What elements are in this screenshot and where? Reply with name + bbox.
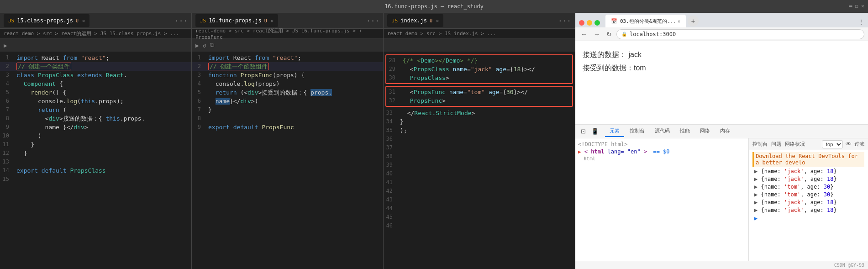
tab-modified: U <box>76 18 79 23</box>
console-log-4[interactable]: ▶ {name: 'tom', age: 30} <box>752 191 864 198</box>
traffic-light-red[interactable] <box>579 20 584 26</box>
split-icon[interactable]: ⧉ <box>210 42 214 49</box>
editor-content-3[interactable]: 28 {/* <Demo></Demo> */} 29 <PropsClass … <box>384 52 575 269</box>
browser-tab-close[interactable]: ✕ <box>678 19 680 24</box>
tab-bar-2: JS 16.func-props.js U ✕ ··· <box>192 13 383 29</box>
address-bar[interactable]: 🔒 localhost:3000 <box>616 29 864 39</box>
tab-more-3-icon[interactable]: ··· <box>558 16 571 25</box>
code-line: 12 } <box>0 149 191 158</box>
code-line: 14 export default PropsClass <box>0 166 191 175</box>
editor-panel-2: JS 16.func-props.js U ✕ ··· react-demo >… <box>192 13 384 269</box>
editor-content-2[interactable]: 1 import React from "react"; 2 // 创建一个函数… <box>192 52 383 269</box>
code-line: 36 <box>384 135 575 143</box>
code-line: 32 PropsFunc> <box>386 96 572 105</box>
browser-menu-icon[interactable]: ⋮ <box>858 18 864 26</box>
console-log-2[interactable]: ▶ {name: 'jack', age: 18} <box>752 175 864 183</box>
issues-tab-item[interactable]: 问题 <box>771 141 781 148</box>
code-line: 37 <box>384 143 575 152</box>
breadcrumb-3: react-demo > src > JS index.js > ... <box>384 29 575 39</box>
devtools-tab-console[interactable]: 控制台 <box>625 126 649 137</box>
panel3-toolbar <box>384 39 575 52</box>
code-line: 39 <box>384 161 575 169</box>
run-icon-2[interactable]: ▶ <box>195 42 199 49</box>
console-log-3[interactable]: ▶ {name: 'tom', age: 30} <box>752 183 864 190</box>
breadcrumb-2: react-demo > src > react的运用 > JS 16.func… <box>192 29 383 39</box>
console-log-1[interactable]: ▶ {name: 'jack', age: 18} <box>752 168 864 175</box>
tab-modified-3: U <box>430 18 432 23</box>
devtools-tabs: ⊡ 📱 元素 控制台 源代码 性能 网络 <box>575 125 868 138</box>
tab-bar-3: JS index.js U ✕ ··· <box>384 13 575 29</box>
code-line: 2 // 创建一个类组件 <box>0 62 191 71</box>
devtools-tab-elements[interactable]: 元素 <box>605 126 624 137</box>
console-log-6[interactable]: ▶ {name: 'jack', age: 18} <box>752 206 864 214</box>
code-line: 4 console.log(props) <box>192 79 383 88</box>
back-button[interactable]: ← <box>579 30 589 39</box>
code-line: 40 <box>384 169 575 178</box>
tab-close-icon[interactable]: ✕ <box>82 18 85 23</box>
code-line: 6 name}</div>) <box>192 97 383 105</box>
forward-button[interactable]: → <box>592 30 602 39</box>
browser-tab-1[interactable]: 📅 03.包的分类&规范的... ✕ <box>605 15 686 27</box>
eye-icon[interactable]: 👁 <box>846 141 852 148</box>
code-line: 10 ) <box>0 132 191 140</box>
tab-index-js[interactable]: JS index.js U ✕ <box>387 14 443 27</box>
code-line: 42 <box>384 187 575 195</box>
tab-more-icon[interactable]: ··· <box>174 16 188 25</box>
devtools-elements-panel: <!DOCTYPE html> ▶ < html lang= "en" > ==… <box>575 138 749 261</box>
code-line: 1 import React from "react"; <box>0 53 191 62</box>
refresh-button[interactable]: ↻ <box>605 30 614 39</box>
new-tab-button[interactable]: + <box>688 16 699 26</box>
traffic-light-green[interactable] <box>594 20 600 26</box>
tab-func-props[interactable]: JS 16.func-props.js U ✕ <box>195 14 278 27</box>
minimize-icon[interactable]: ▬ <box>849 3 852 9</box>
debug-icon[interactable]: ↺ <box>203 42 206 49</box>
tab-modified-2: U <box>264 18 267 23</box>
console-prompt: ▶ <box>752 214 864 222</box>
console-tab-item[interactable]: 控制台 <box>752 141 768 148</box>
device-mode-button[interactable]: 📱 <box>589 127 600 136</box>
tab-close-2-icon[interactable]: ✕ <box>271 18 274 23</box>
code-line: 13 <box>0 158 191 166</box>
filter-label: 过滤 <box>854 141 864 148</box>
tab-close-3-icon[interactable]: ✕ <box>436 18 439 23</box>
panel2-toolbar: ▶ ↺ ⧉ <box>192 39 383 52</box>
close-icon[interactable]: ✕ <box>861 3 864 9</box>
code-line: 8 <div>接送的数据：{ this.props. <box>0 114 191 123</box>
code-line: 1 import React from "react"; <box>192 53 383 62</box>
traffic-light-yellow[interactable] <box>587 20 592 26</box>
tab-class-props[interactable]: JS 15.class-props.js U ✕ <box>4 14 89 27</box>
code-line: 28 {/* <Demo></Demo> */} <box>386 56 572 65</box>
editor-content-1[interactable]: 1 import React from "react"; 2 // 创建一个类组… <box>0 52 191 269</box>
editor-panel-3: JS index.js U ✕ ··· react-demo > src > J… <box>384 13 575 269</box>
maximize-icon[interactable]: ◻ <box>855 3 858 9</box>
devtools-tab-memory[interactable]: 内存 <box>715 126 735 137</box>
lock-icon: 🔒 <box>621 32 627 37</box>
devtools-tab-sources[interactable]: 源代码 <box>650 126 674 137</box>
top-context-select[interactable]: top <box>822 140 843 148</box>
code-line: 5 render() { <box>0 88 191 97</box>
code-line: 45 <box>384 213 575 222</box>
breadcrumb-1: react-demo > src > react的运用 > JS 15.clas… <box>0 29 191 39</box>
browser-controls: ← → ↻ 🔒 localhost:3000 <box>575 27 868 41</box>
devtools-console-panel: 控制台 问题 网络状况 top 👁 过滤 <box>749 138 868 261</box>
browser-panel: 📅 03.包的分类&规范的... ✕ + ⋮ ← → ↻ 🔒 localhost… <box>575 13 868 269</box>
code-line: 2 // 创建一个函数组件 <box>192 62 383 71</box>
network-status-item[interactable]: 网络状况 <box>785 141 805 148</box>
code-line: 7 return ( <box>0 105 191 114</box>
console-log-5[interactable]: ▶ {name: 'jack', age: 18} <box>752 199 864 206</box>
inspect-element-button[interactable]: ⊡ <box>579 127 588 136</box>
devtools-tab-performance[interactable]: 性能 <box>675 126 694 137</box>
code-line: 33 </React.StrictMode> <box>384 109 575 117</box>
breadcrumb-text-2: react-demo > src > react的运用 > JS 16.func… <box>195 27 379 40</box>
sent-data-line2: 接受到的数据：tom <box>583 63 861 73</box>
code-line: 5 return (<div>接受到的数据：{ props. <box>192 88 383 97</box>
url-text: localhost:3000 <box>630 31 676 37</box>
html-label-line: html <box>578 156 746 162</box>
code-line: 29 <PropsClass name="jack" age={18}></ <box>386 65 572 74</box>
tab-more-2-icon[interactable]: ··· <box>366 16 379 25</box>
run-icon[interactable]: ▶ <box>4 42 7 49</box>
tab-label-3: index.js <box>400 17 427 24</box>
code-line: 41 <box>384 178 575 187</box>
devtools-tab-network[interactable]: 网络 <box>695 126 715 137</box>
breadcrumb-text-3: react-demo > src > JS index.js > ... <box>387 31 496 37</box>
